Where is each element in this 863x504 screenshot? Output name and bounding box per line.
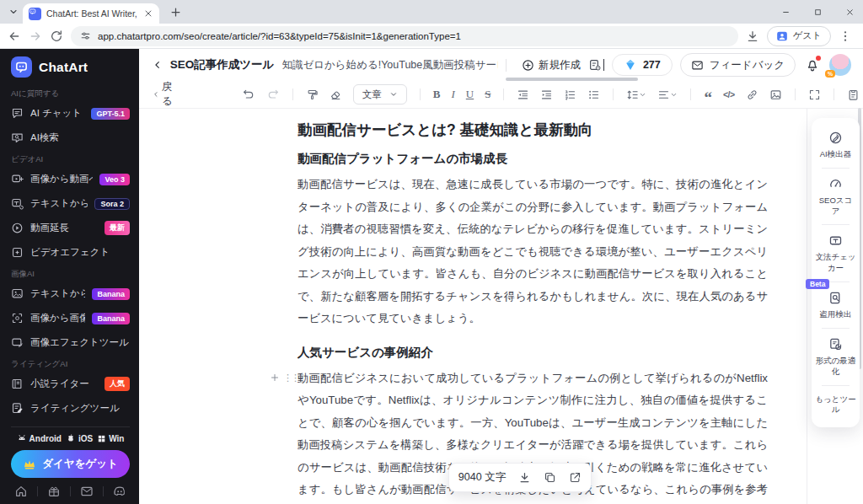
writing-tools-icon (11, 402, 24, 415)
editor-back-button[interactable]: 戻る (153, 80, 176, 109)
site-info-icon[interactable] (80, 30, 91, 41)
document-tab-title[interactable]: 知識ゼロから始める!YouTube風動画投稿サービスの… (281, 58, 498, 72)
sidebar-item-image-to-video[interactable]: 画像から動画へ Veo 3 (11, 167, 130, 191)
feedback-button[interactable]: フィードバック (680, 53, 796, 77)
format-painter-button[interactable] (306, 88, 319, 101)
sidebar-item-image-to-image[interactable]: 画像から画像 Banana (11, 306, 130, 330)
strikethrough-button[interactable]: S (485, 88, 490, 101)
header-divider (506, 59, 507, 72)
tool-seo-score[interactable]: SEOスコア (812, 169, 860, 225)
download-article-icon[interactable] (518, 471, 531, 484)
browser-tab[interactable]: ChatArt: Best AI Writer, AI Cont (23, 3, 159, 24)
sidebar-item-image-effect-tools[interactable]: 画像エフェクトツール (11, 330, 130, 355)
block-handles[interactable]: ⋮⋮ (270, 373, 298, 383)
bold-button[interactable]: B (433, 88, 441, 101)
chevron-left-icon (153, 89, 159, 99)
credits-button[interactable]: 277 (612, 54, 673, 76)
sidebar-item-video-extend[interactable]: 動画延長 最新 (11, 216, 130, 240)
minimize-button[interactable] (781, 8, 791, 17)
redo-button[interactable] (266, 88, 280, 101)
tab-close-icon[interactable] (143, 8, 153, 19)
download-icon[interactable] (746, 29, 759, 43)
save-note-button[interactable] (847, 88, 860, 101)
indent-button[interactable] (540, 88, 553, 101)
document-body[interactable]: 動画配信サービスとは? 基礎知識と最新動向 動画配信プラットフォームの市場成長 … (297, 109, 768, 504)
gift-icon[interactable] (47, 485, 61, 498)
platform-win[interactable]: Win (97, 434, 124, 443)
platform-ios[interactable]: iOS (66, 433, 93, 443)
new-tab-button[interactable] (169, 6, 182, 19)
ordered-list-button[interactable] (564, 88, 576, 101)
rename-button[interactable] (588, 58, 604, 72)
sidebar-item-ai-search[interactable]: AI検索 (11, 126, 130, 150)
underline-button[interactable]: U (466, 88, 474, 101)
code-button[interactable]: </> (723, 89, 735, 99)
doc-subheading[interactable]: 人気サービスの事例紹介 (297, 345, 768, 361)
notifications-button[interactable] (805, 57, 820, 72)
browser-menu-icon[interactable] (839, 29, 852, 43)
clear-format-button[interactable] (330, 88, 342, 101)
header-back-icon[interactable] (153, 59, 163, 71)
bullet-list-button[interactable] (587, 88, 600, 101)
sidebar-item-novel-writer[interactable]: 小説ライター 人気 (11, 372, 130, 396)
close-button[interactable] (845, 8, 855, 17)
maximize-button[interactable] (813, 8, 823, 17)
align-button[interactable] (657, 88, 678, 101)
line-height-button[interactable] (626, 88, 646, 101)
doc-heading[interactable]: 動画配信サービスとは? 基礎知識と最新動向 (297, 120, 768, 140)
banana-badge: Banana (92, 288, 130, 300)
editor-canvas[interactable]: 動画配信サービスとは? 基礎知識と最新動向 動画配信プラットフォームの市場成長 … (139, 109, 863, 504)
sidebar-item-text-to-image[interactable]: テキストから... Banana (11, 281, 130, 306)
doc-subheading[interactable]: 動画配信プラットフォームの市場成長 (297, 151, 768, 167)
tool-plagiarism-check[interactable]: Beta 盗用検出 (812, 282, 860, 328)
fullscreen-button[interactable] (808, 88, 821, 101)
get-diamonds-button[interactable]: ダイヤをゲット (11, 450, 130, 478)
new-document-button[interactable]: 新規作成 (522, 58, 581, 72)
sidebar-item-text-to-video[interactable]: テキストから... Sora 2 (11, 191, 130, 216)
ai-detector-icon (828, 131, 843, 145)
tool-more-tools[interactable]: もっとツール (812, 386, 860, 424)
tool-ai-detector[interactable]: AI検出器 (812, 122, 860, 168)
tools-panel: AI検出器 SEOスコア 文法チェッカー Beta 盗用検出 形式の最適化 もっ… (812, 118, 860, 427)
sidebar-item-ai-chat[interactable]: AI チャット GPT-5.1 (11, 101, 130, 126)
envelope-icon (691, 59, 704, 72)
copy-icon[interactable] (544, 471, 556, 484)
discord-icon[interactable] (113, 485, 126, 498)
text-to-video-icon (11, 197, 24, 210)
tab-search-button[interactable] (6, 5, 21, 19)
reload-icon[interactable] (50, 29, 63, 43)
drag-handle-icon[interactable]: ⋮⋮ (283, 373, 298, 383)
home-icon[interactable] (14, 485, 28, 498)
guest-avatar-icon (776, 30, 788, 42)
link-button[interactable] (746, 88, 758, 101)
tool-grammar-checker[interactable]: 文法チェッカー (812, 225, 860, 281)
forward-icon[interactable] (29, 29, 42, 43)
sidebar-footer (11, 478, 130, 498)
user-avatar[interactable]: % (829, 54, 851, 76)
brand[interactable]: ChatArt (11, 56, 130, 78)
profile-button[interactable]: ゲスト (767, 26, 831, 46)
export-icon[interactable] (569, 471, 582, 484)
paragraph-style-select[interactable]: 文章 (353, 84, 407, 105)
outdent-button[interactable] (517, 88, 529, 101)
video-effects-icon (11, 246, 24, 259)
insert-image-button[interactable] (769, 88, 782, 101)
sidebar-section-image-ai: 画像AI (11, 269, 130, 280)
undo-button[interactable] (242, 88, 255, 101)
italic-button[interactable]: I (451, 88, 454, 101)
doc-paragraph[interactable]: 動画配信サービスは、現在、急速に成長している市場の一つです。特に、技術の進化とイ… (297, 174, 768, 330)
sidebar-divider (11, 426, 130, 427)
add-block-icon[interactable] (270, 373, 280, 383)
window-controls (781, 0, 855, 24)
back-icon[interactable] (8, 29, 21, 43)
sidebar-item-writing-tools[interactable]: ライティングツール (11, 396, 130, 421)
mail-icon[interactable] (80, 485, 94, 498)
sidebar-item-video-effects[interactable]: ビデオエフェクト (11, 240, 130, 265)
blockquote-button[interactable]: “ (704, 87, 712, 102)
platform-android[interactable]: Android (17, 433, 62, 443)
image-to-image-icon (11, 312, 24, 324)
url-bar[interactable]: app.chatartpro.com/seo/create/article/?i… (71, 26, 738, 46)
hot-badge: 人気 (105, 377, 130, 391)
tool-format-optimize[interactable]: 形式の最適化 (812, 329, 860, 385)
text-to-image-icon (11, 287, 24, 300)
